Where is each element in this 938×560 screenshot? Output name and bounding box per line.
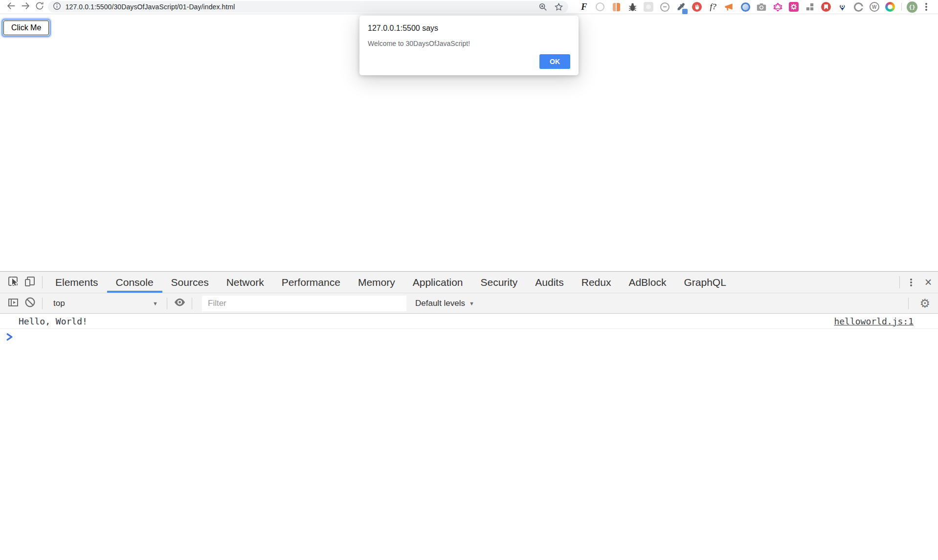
toolbar-divider [901,3,902,11]
toolbar-divider-1 [42,298,43,309]
console-sidebar-icon [7,296,20,311]
javascript-context-dropdown[interactable]: top ▼ [46,299,163,308]
reload-icon [35,1,45,13]
console-message-source-link[interactable]: helloworld.js:1 [834,316,914,326]
bookmark-star-icon[interactable] [554,2,563,12]
tab-redux[interactable]: Redux [573,272,620,293]
device-toolbar-button[interactable] [22,272,38,293]
tab-graphql[interactable]: GraphQL [675,272,735,293]
tab-performance[interactable]: Performance [273,272,349,293]
console-prompt-chevron-icon [6,333,13,343]
f-question-icon[interactable]: f? [708,2,718,12]
chevron-down-icon: ▼ [153,301,158,306]
tab-adblock[interactable]: AdBlock [620,272,675,293]
back-icon [6,0,17,13]
page-viewport: Click Me 127.0.0.1:5500 says Welcome to … [0,14,938,271]
red-hand-icon[interactable] [692,2,702,12]
bug-icon[interactable] [627,2,638,12]
devtools-kebab-icon [910,281,912,283]
click-me-button[interactable]: Click Me [3,21,49,35]
toolbar-divider-2 [167,298,167,309]
devtools-close-button[interactable]: × [918,272,938,293]
gray-ring-icon[interactable] [595,2,605,12]
red-bookmark-icon[interactable] [821,2,831,12]
tab-memory[interactable]: Memory [349,272,404,293]
color-wheel-icon[interactable] [885,2,895,12]
zoom-magnifier-icon[interactable] [538,2,547,11]
console-toolbar: top ▼ Default levels ▼ ⚙ [0,293,938,314]
back-button[interactable] [4,0,18,13]
inspect-cursor-icon [7,275,20,290]
forward-button[interactable] [18,0,32,13]
script-f-icon[interactable]: F [579,2,589,12]
alert-dialog: 127.0.0.1:5500 says Welcome to 30DaysOfJ… [359,16,579,75]
dash-circle-icon[interactable] [660,2,670,12]
gray-open-ring-icon[interactable] [853,2,864,12]
tab-audits[interactable]: Audits [526,272,572,293]
console-prompt-row[interactable] [0,329,938,346]
devtools-menu-button[interactable] [904,272,918,293]
console-message-row: Hello, World! helloworld.js:1 [0,314,938,329]
tabbar-divider [42,276,43,288]
extensions-bar: F f? ♥ W [579,2,895,12]
address-bar[interactable]: 127.0.0.1:5500/30DaysOfJavaScript/01-Day… [48,1,568,13]
megaphone-icon[interactable] [724,2,735,12]
tabbar-spacer [735,272,895,293]
heart-search-icon[interactable]: ♥ [837,2,848,12]
w-circle-icon[interactable]: W [870,2,879,12]
alert-ok-button[interactable]: OK [539,54,570,69]
graphql-icon[interactable] [773,2,783,12]
tab-sources[interactable]: Sources [162,272,218,293]
gray-blocks-icon[interactable] [805,2,815,12]
console-message-text[interactable]: Hello, World! [19,316,88,326]
browser-toolbar: 127.0.0.1:5500/30DaysOfJavaScript/01-Day… [0,0,938,14]
console-sidebar-button[interactable] [5,296,22,311]
settings-gear-icon[interactable]: ⚙ [919,298,930,309]
device-toolbar-icon [23,275,36,290]
toolbar-divider-4 [908,298,909,309]
live-expression-button[interactable] [171,296,188,311]
browser-menu-icon[interactable] [925,6,927,8]
toolbar-divider-3 [192,298,192,309]
pink-gear-icon[interactable] [789,2,799,12]
disabled-extension-icon[interactable] [644,2,654,12]
tab-console[interactable]: Console [107,272,162,293]
tab-security[interactable]: Security [471,272,526,293]
tabbar-right-divider [899,276,900,288]
inspect-element-button[interactable] [5,272,22,293]
clear-console-button[interactable] [22,297,38,310]
url-text[interactable]: 127.0.0.1:5500/30DaysOfJavaScript/01-Day… [66,3,235,11]
context-label: top [53,299,65,308]
console-output: Hello, World! helloworld.js:1 [0,314,938,560]
tab-elements[interactable]: Elements [46,272,107,293]
chevron-down-icon: ▼ [469,301,474,306]
alert-message: Welcome to 30DaysOfJavaScript! [368,40,570,47]
page-info-icon[interactable] [53,2,61,12]
forward-icon [20,0,31,13]
clear-console-icon [24,297,36,310]
reload-button[interactable] [32,0,46,13]
orange-columns-icon[interactable] [611,2,622,12]
log-levels-label: Default levels [415,299,465,308]
log-levels-dropdown[interactable]: Default levels ▼ [415,299,474,308]
console-filter-input[interactable] [202,296,406,311]
color-eyedropper-icon[interactable] [676,2,686,12]
tab-network[interactable]: Network [218,272,273,293]
eye-icon [173,296,186,311]
devtools-tabbar: Elements Console Sources Network Perform… [0,272,938,293]
blue-swirl-icon[interactable] [740,2,751,12]
tab-application[interactable]: Application [404,272,472,293]
alert-title: 127.0.0.1:5500 says [368,24,570,33]
profile-avatar[interactable]: {} [907,1,917,13]
camera-icon[interactable] [757,2,767,12]
devtools-panel: Elements Console Sources Network Perform… [0,271,938,560]
